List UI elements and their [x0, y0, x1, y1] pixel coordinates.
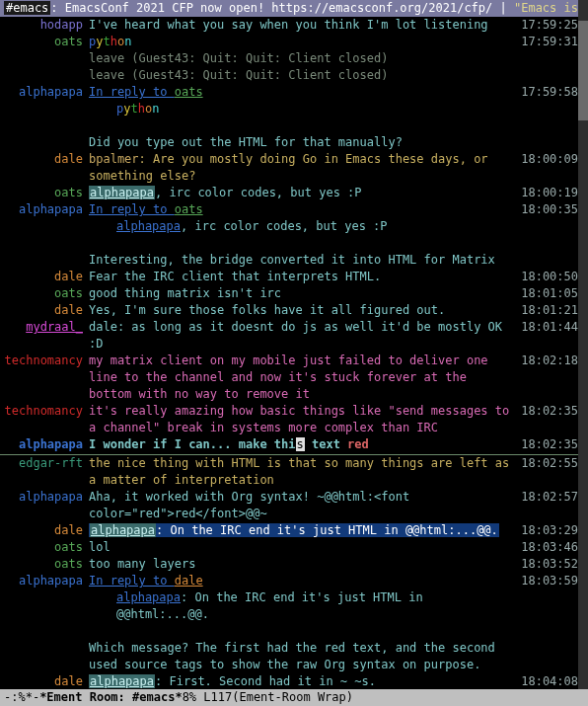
timestamp: 17:59:31 [519, 34, 578, 50]
nick-alphapapa: alphapapa [19, 85, 83, 99]
mention-alphapapa[interactable]: alphapapa [90, 523, 156, 537]
msg-row: oats good thing matrix isn't irc 18:01:0… [0, 285, 578, 302]
nick-alphapapa: alphapapa [19, 490, 83, 504]
timestamp: 18:00:09 [519, 151, 578, 168]
reply-target[interactable]: oats [175, 85, 203, 99]
nick-alphapapa: alphapapa [19, 202, 83, 216]
timestamp: 18:00:35 [519, 201, 578, 218]
msg-row: oats lol 18:03:46 [0, 539, 578, 556]
msg-row: oats python 17:59:31 [0, 34, 578, 50]
msg-row: dale bpalmer: Are you mostly doing Go in… [0, 151, 578, 185]
timestamp: 18:03:52 [519, 556, 578, 573]
msg-row: Interesting, the bridge converted it int… [0, 252, 578, 269]
timestamp: 18:00:50 [519, 269, 578, 285]
msg-row: edgar-rft the nice thing with HTML is th… [0, 455, 578, 489]
timestamp: 18:02:18 [519, 353, 578, 369]
msg-row: alphapapa In reply to oats 17:59:58 [0, 84, 578, 101]
msg-row-cursor: alphapapa I wonder if I can... make this… [0, 436, 578, 453]
timestamp: 17:59:25 [519, 17, 578, 34]
timestamp: 18:03:46 [519, 539, 578, 556]
msg-row: alphapapa Aha, it worked with Org syntax… [0, 489, 578, 522]
mention-bpalmer: bpalmer [89, 152, 139, 166]
nick-dale: dale [54, 270, 83, 283]
msg-row: dale alphapapa: On the IRC end it's just… [0, 522, 578, 539]
nick-dale: dale [54, 152, 83, 166]
timestamp: 18:01:05 [519, 285, 578, 302]
channel-topic-bar: #emacs: EmacsConf 2021 CFP now open! htt… [0, 0, 588, 17]
nick-dale: dale [54, 523, 83, 537]
timestamp: 17:59:58 [519, 84, 578, 101]
mention-alphapapa[interactable]: alphapapa [89, 674, 155, 688]
system-row: leave (Guest43: Quit: Quit: Client close… [0, 50, 578, 67]
channel-name: #emacs [4, 1, 50, 15]
reply-target[interactable]: dale [175, 574, 203, 588]
nick-alphapapa: alphapapa [19, 574, 83, 588]
msg-row: alphapapa In reply to oats 18:00:35 [0, 201, 578, 218]
timestamp: 18:02:57 [519, 489, 578, 506]
nick-oats: oats [54, 286, 83, 300]
timestamp: 18:03:29 [519, 522, 578, 539]
nick-oats: oats [54, 557, 83, 571]
quote-row: python [0, 101, 578, 118]
nick-technomancy: technomancy [5, 404, 83, 418]
msg-row: oats too many layers 18:03:52 [0, 556, 578, 573]
msg-row: dale alphapapa: First. Second had it in … [0, 673, 578, 689]
msg-row: mydraal_ dale: as long as it doesnt do j… [0, 319, 578, 353]
mention-alphapapa[interactable]: alphapapa [89, 186, 155, 199]
timestamp: 18:02:35 [519, 436, 578, 453]
reply-target[interactable]: oats [175, 202, 203, 216]
scrollbar[interactable] [578, 0, 588, 706]
timestamp: 18:02:55 [519, 455, 578, 472]
message-area[interactable]: hodapp I've heard what you say when you … [0, 17, 578, 689]
msg-row: oats alphapapa, irc color codes, but yes… [0, 185, 578, 201]
nick-dale: dale [54, 303, 83, 317]
timestamp: 18:04:08 [519, 673, 578, 689]
msg-row: dale Yes, I'm sure those folks have it a… [0, 302, 578, 319]
nick-mydraal: mydraal_ [26, 320, 83, 334]
nick-oats: oats [54, 35, 83, 48]
nick-edgar: edgar-rft [19, 456, 83, 470]
quote-row: alphapapa, irc color codes, but yes :P [0, 218, 578, 235]
msg-row: alphapapa In reply to dale 18:03:59 [0, 573, 578, 589]
msg-row: Did you type out the HTML for that manua… [0, 134, 578, 151]
msg-row: technomancy it's really amazing how basi… [0, 403, 578, 436]
system-row: leave (Guest43: Quit: Quit: Client close… [0, 67, 578, 84]
msg-row: technomancy my matrix client on my mobil… [0, 353, 578, 403]
timestamp: 18:01:21 [519, 302, 578, 319]
timestamp: 18:01:44 [519, 319, 578, 336]
reply-link[interactable]: In reply to [89, 574, 175, 588]
nick-oats: oats [54, 186, 83, 199]
msg-row: hodapp I've heard what you say when you … [0, 17, 578, 34]
scrollbar-thumb[interactable] [578, 21, 588, 119]
nick-dale: dale [54, 674, 83, 688]
buffer-name: *Ement Room: #emacs* [39, 689, 183, 706]
reply-link[interactable]: In reply to [89, 85, 175, 99]
mode-indicator: (Ement-Room Wrap) [232, 689, 353, 706]
timestamp: 18:00:19 [519, 185, 578, 201]
nick-oats: oats [54, 540, 83, 554]
timestamp: 18:03:59 [519, 573, 578, 589]
quote-row: alphapapa: On the IRC end it's just HTML… [0, 589, 578, 623]
nick-alphapapa: alphapapa [19, 437, 83, 451]
msg-row: dale Fear the IRC client that interprets… [0, 269, 578, 285]
reply-link[interactable]: In reply to [89, 202, 175, 216]
msg-row: Which message? The first had the red tex… [0, 640, 578, 673]
topic-text: EmacsConf 2021 CFP now open! https://ema… [65, 1, 500, 15]
text-cursor: s [296, 437, 305, 451]
nick-technomancy: technomancy [5, 353, 83, 367]
mode-line: -:%*- *Ement Room: #emacs* 8% L117 (Emen… [0, 689, 588, 706]
timestamp: 18:02:35 [519, 403, 578, 420]
nick-hodapp: hodapp [40, 18, 83, 32]
